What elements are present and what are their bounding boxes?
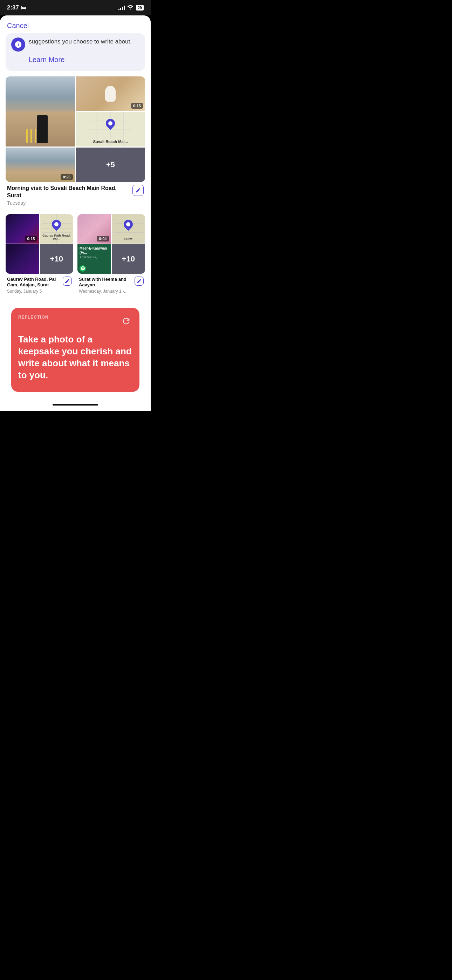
home-bar — [53, 404, 98, 406]
heema-images-grid: 0:04 Surat — [78, 214, 145, 274]
surat-label: Surat — [112, 237, 145, 241]
gaurav-plus-more[interactable]: +10 — [40, 244, 73, 274]
info-card-text: suggestions you choose to write about. — [11, 38, 140, 51]
map-pin — [106, 119, 115, 128]
refresh-button[interactable] — [120, 315, 132, 328]
map-location-label: Suvali Beach Mai... — [76, 140, 145, 144]
beach-main-image[interactable] — [6, 76, 75, 146]
baby-image[interactable]: 0:15 — [76, 76, 145, 111]
memories-grid: 0:15 Suvali Beach Mai... — [0, 76, 151, 392]
info-icon — [11, 38, 25, 51]
heema-duration: 0:04 — [97, 236, 108, 242]
arcade-image-2[interactable] — [6, 244, 39, 274]
status-bar: 2:37 🛏 29 — [0, 0, 151, 16]
gaurav-images-grid: 0:15 Gaur — [6, 214, 73, 274]
heema-title: Surat with Heema and Aavyan — [79, 277, 132, 288]
status-right: 29 — [118, 5, 144, 11]
video-duration-badge: 0:15 — [131, 103, 143, 109]
bed-icon: 🛏 — [21, 5, 26, 11]
reflection-card: REFLECTION Take a photo of a keepsake yo… — [11, 308, 140, 391]
arcade-duration: 0:15 — [25, 236, 37, 242]
memory-card-heema: 0:04 Surat — [78, 214, 145, 296]
spotify-song-title: Meer-E-Kaarwan (Fr... — [80, 247, 109, 255]
spotify-card[interactable]: Meer-E-Kaarwan (Fr... Amit Mishra,... — [78, 244, 111, 274]
gaurav-edit-button[interactable] — [63, 277, 72, 286]
learn-more-button[interactable]: Learn More — [11, 56, 64, 64]
plus-more-count: +5 — [106, 160, 115, 169]
gaurav-title: Gaurav Path Road, Pal Gam, Adajan, Surat — [7, 277, 60, 288]
spotify-logo — [80, 265, 86, 272]
memories-two-col: 0:15 Gaur — [6, 214, 145, 296]
person-silhouette — [37, 115, 48, 143]
home-indicator — [0, 399, 151, 411]
memory-card-beach: 0:15 Suvali Beach Mai... — [6, 76, 145, 207]
gaurav-map-pin — [52, 220, 61, 229]
top-bar: Cancel — [0, 16, 151, 33]
heema-plus-more[interactable]: +10 — [112, 244, 145, 274]
plus-more-overlay[interactable]: +5 — [76, 148, 145, 182]
spotify-artist-name: Amit Mishra,... — [80, 256, 109, 259]
battery-indicator: 29 — [136, 5, 144, 11]
heema-memory-info: Surat with Heema and Aavyan Wednesday, J… — [78, 274, 145, 296]
gaurav-map-label: Gaurav Path Road, Pal... — [40, 234, 73, 241]
beach-images-grid: 0:15 Suvali Beach Mai... — [6, 76, 145, 182]
gaurav-memory-info: Gaurav Path Road, Pal Gam, Adajan, Surat… — [6, 274, 73, 296]
main-content: Cancel suggestions you choose to write a… — [0, 16, 151, 411]
heema-date: Wednesday, January 1 -... — [79, 289, 132, 294]
status-time: 2:37 🛏 — [7, 4, 26, 11]
beach-edit-button[interactable] — [132, 185, 144, 196]
gaurav-date: Sunday, January 5 — [7, 289, 60, 294]
family-image[interactable]: 0:26 — [6, 148, 75, 182]
gaurav-map-image[interactable]: Gaurav Path Road, Pal... — [40, 214, 73, 243]
wifi-icon — [127, 5, 133, 11]
info-card: suggestions you choose to write about. L… — [6, 33, 145, 71]
heema-image[interactable]: 0:04 — [78, 214, 111, 243]
video-duration-badge-2: 0:26 — [60, 174, 73, 180]
beach-memory-date: Tuesday — [7, 200, 130, 206]
cricket-stumps — [26, 129, 36, 143]
reflection-text: Take a photo of a keepsake you cherish a… — [18, 334, 132, 381]
cancel-button[interactable]: Cancel — [7, 22, 29, 30]
battery-level: 29 — [136, 5, 144, 11]
beach-memory-info: Morning visit to Suvali Beach Main Road,… — [6, 182, 145, 207]
surat-map-pin — [124, 220, 133, 229]
memory-card-gaurav: 0:15 Gaur — [6, 214, 73, 296]
signal-icon — [118, 5, 125, 10]
beach-memory-title: Morning visit to Suvali Beach Main Road,… — [7, 185, 130, 199]
reflection-label: REFLECTION — [18, 315, 132, 320]
map-thumbnail[interactable]: Suvali Beach Mai... — [76, 112, 145, 146]
time-display: 2:37 — [7, 4, 19, 11]
surat-map-image[interactable]: Surat — [112, 214, 145, 243]
arcade-image-1[interactable]: 0:15 — [6, 214, 39, 243]
heema-edit-button[interactable] — [135, 277, 144, 286]
heema-plus-count: +10 — [122, 255, 135, 264]
info-card-description: suggestions you choose to write about. — [29, 38, 132, 46]
gaurav-plus-count: +10 — [50, 255, 63, 264]
